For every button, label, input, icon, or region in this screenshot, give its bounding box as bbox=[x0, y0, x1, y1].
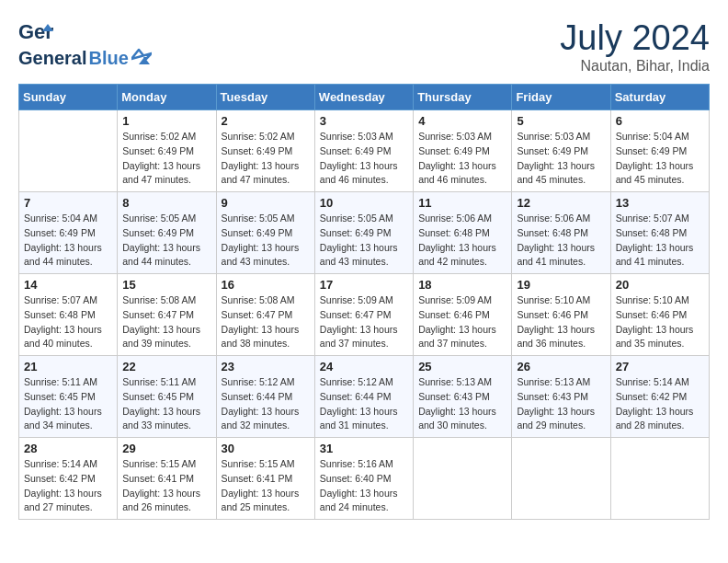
day-info: Sunrise: 5:02 AMSunset: 6:49 PMDaylight:… bbox=[122, 130, 210, 188]
calendar-table: SundayMondayTuesdayWednesdayThursdayFrid… bbox=[18, 84, 710, 520]
month-title: July 2024 bbox=[560, 18, 710, 58]
calendar-cell: 24Sunrise: 5:12 AMSunset: 6:44 PMDayligh… bbox=[314, 356, 413, 438]
calendar-cell: 12Sunrise: 5:06 AMSunset: 6:48 PMDayligh… bbox=[512, 192, 610, 274]
day-number: 25 bbox=[418, 360, 506, 373]
day-header: Monday bbox=[118, 85, 216, 110]
day-info: Sunrise: 5:03 AMSunset: 6:49 PMDaylight:… bbox=[320, 130, 408, 188]
calendar-cell: 22Sunrise: 5:11 AMSunset: 6:45 PMDayligh… bbox=[118, 356, 216, 438]
svg-text:General: General bbox=[18, 20, 53, 43]
day-number: 24 bbox=[320, 360, 408, 373]
day-info: Sunrise: 5:08 AMSunset: 6:47 PMDaylight:… bbox=[122, 293, 210, 351]
calendar-week-row: 21Sunrise: 5:11 AMSunset: 6:45 PMDayligh… bbox=[19, 356, 710, 438]
day-info: Sunrise: 5:07 AMSunset: 6:48 PMDaylight:… bbox=[24, 293, 112, 351]
day-number: 31 bbox=[320, 442, 408, 455]
day-header: Thursday bbox=[414, 85, 512, 110]
day-info: Sunrise: 5:09 AMSunset: 6:46 PMDaylight:… bbox=[418, 293, 506, 351]
day-number: 10 bbox=[320, 196, 408, 210]
day-info: Sunrise: 5:16 AMSunset: 6:40 PMDaylight:… bbox=[320, 457, 408, 515]
calendar-week-row: 7Sunrise: 5:04 AMSunset: 6:49 PMDaylight… bbox=[19, 192, 710, 274]
day-info: Sunrise: 5:06 AMSunset: 6:48 PMDaylight:… bbox=[517, 212, 605, 270]
day-number: 5 bbox=[517, 114, 605, 128]
day-info: Sunrise: 5:13 AMSunset: 6:43 PMDaylight:… bbox=[517, 375, 605, 433]
logo-icon: General bbox=[18, 18, 53, 48]
location-title: Nautan, Bihar, India bbox=[560, 58, 710, 75]
day-info: Sunrise: 5:09 AMSunset: 6:47 PMDaylight:… bbox=[320, 293, 408, 351]
day-info: Sunrise: 5:08 AMSunset: 6:47 PMDaylight:… bbox=[222, 293, 310, 351]
day-info: Sunrise: 5:12 AMSunset: 6:44 PMDaylight:… bbox=[320, 375, 408, 433]
calendar-cell: 10Sunrise: 5:05 AMSunset: 6:49 PMDayligh… bbox=[314, 192, 413, 274]
day-number: 14 bbox=[24, 278, 112, 292]
day-number: 2 bbox=[222, 114, 310, 128]
day-number: 20 bbox=[616, 278, 704, 292]
day-header: Tuesday bbox=[216, 85, 314, 110]
svg-marker-2 bbox=[131, 50, 152, 59]
day-header: Sunday bbox=[19, 85, 118, 110]
calendar-cell: 14Sunrise: 5:07 AMSunset: 6:48 PMDayligh… bbox=[19, 274, 118, 356]
day-info: Sunrise: 5:04 AMSunset: 6:49 PMDaylight:… bbox=[24, 212, 112, 270]
calendar-cell: 9Sunrise: 5:05 AMSunset: 6:49 PMDaylight… bbox=[216, 192, 314, 274]
calendar-cell: 30Sunrise: 5:15 AMSunset: 6:41 PMDayligh… bbox=[216, 438, 314, 520]
day-number: 29 bbox=[122, 442, 210, 455]
calendar-cell: 8Sunrise: 5:05 AMSunset: 6:49 PMDaylight… bbox=[118, 192, 216, 274]
calendar-week-row: 28Sunrise: 5:14 AMSunset: 6:42 PMDayligh… bbox=[19, 438, 710, 520]
day-number: 16 bbox=[222, 278, 310, 292]
calendar-cell: 26Sunrise: 5:13 AMSunset: 6:43 PMDayligh… bbox=[512, 356, 610, 438]
calendar-cell bbox=[512, 438, 610, 520]
day-number: 19 bbox=[517, 278, 605, 292]
day-header: Saturday bbox=[610, 85, 709, 110]
calendar-cell: 7Sunrise: 5:04 AMSunset: 6:49 PMDaylight… bbox=[19, 192, 118, 274]
day-info: Sunrise: 5:13 AMSunset: 6:43 PMDaylight:… bbox=[418, 375, 506, 433]
day-number: 6 bbox=[616, 114, 704, 128]
day-info: Sunrise: 5:04 AMSunset: 6:49 PMDaylight:… bbox=[616, 130, 704, 188]
calendar-cell: 31Sunrise: 5:16 AMSunset: 6:40 PMDayligh… bbox=[314, 438, 413, 520]
day-number: 30 bbox=[222, 442, 310, 455]
calendar-cell: 13Sunrise: 5:07 AMSunset: 6:48 PMDayligh… bbox=[610, 192, 709, 274]
day-number: 17 bbox=[320, 278, 408, 292]
calendar-cell: 15Sunrise: 5:08 AMSunset: 6:47 PMDayligh… bbox=[118, 274, 216, 356]
day-info: Sunrise: 5:14 AMSunset: 6:42 PMDaylight:… bbox=[24, 457, 112, 515]
logo-general: General bbox=[18, 48, 86, 69]
day-number: 23 bbox=[222, 360, 310, 373]
logo-wave-icon bbox=[131, 48, 152, 64]
day-number: 13 bbox=[616, 196, 704, 210]
calendar-week-row: 14Sunrise: 5:07 AMSunset: 6:48 PMDayligh… bbox=[19, 274, 710, 356]
day-info: Sunrise: 5:07 AMSunset: 6:48 PMDaylight:… bbox=[616, 212, 704, 270]
calendar-cell: 2Sunrise: 5:02 AMSunset: 6:49 PMDaylight… bbox=[216, 110, 314, 192]
day-header: Friday bbox=[512, 85, 610, 110]
calendar-cell: 5Sunrise: 5:03 AMSunset: 6:49 PMDaylight… bbox=[512, 110, 610, 192]
day-info: Sunrise: 5:05 AMSunset: 6:49 PMDaylight:… bbox=[222, 212, 310, 270]
calendar-cell: 18Sunrise: 5:09 AMSunset: 6:46 PMDayligh… bbox=[414, 274, 512, 356]
day-number: 18 bbox=[418, 278, 506, 292]
title-block: July 2024 Nautan, Bihar, India bbox=[560, 18, 710, 75]
calendar-cell: 19Sunrise: 5:10 AMSunset: 6:46 PMDayligh… bbox=[512, 274, 610, 356]
day-info: Sunrise: 5:10 AMSunset: 6:46 PMDaylight:… bbox=[517, 293, 605, 351]
day-number: 3 bbox=[320, 114, 408, 128]
calendar-cell: 1Sunrise: 5:02 AMSunset: 6:49 PMDaylight… bbox=[118, 110, 216, 192]
page-header: General General Blue July 2024 Nautan, B… bbox=[18, 18, 710, 75]
calendar-cell: 11Sunrise: 5:06 AMSunset: 6:48 PMDayligh… bbox=[414, 192, 512, 274]
day-info: Sunrise: 5:11 AMSunset: 6:45 PMDaylight:… bbox=[122, 375, 210, 433]
calendar-cell: 25Sunrise: 5:13 AMSunset: 6:43 PMDayligh… bbox=[414, 356, 512, 438]
calendar-body: 1Sunrise: 5:02 AMSunset: 6:49 PMDaylight… bbox=[19, 110, 710, 520]
day-number: 28 bbox=[24, 442, 112, 455]
calendar-cell: 27Sunrise: 5:14 AMSunset: 6:42 PMDayligh… bbox=[610, 356, 709, 438]
day-number: 12 bbox=[517, 196, 605, 210]
day-number: 1 bbox=[122, 114, 210, 128]
day-number: 7 bbox=[24, 196, 112, 210]
logo: General General Blue bbox=[18, 18, 152, 69]
calendar-cell: 16Sunrise: 5:08 AMSunset: 6:47 PMDayligh… bbox=[216, 274, 314, 356]
day-info: Sunrise: 5:15 AMSunset: 6:41 PMDaylight:… bbox=[222, 457, 310, 515]
day-info: Sunrise: 5:05 AMSunset: 6:49 PMDaylight:… bbox=[122, 212, 210, 270]
calendar-cell: 17Sunrise: 5:09 AMSunset: 6:47 PMDayligh… bbox=[314, 274, 413, 356]
day-number: 26 bbox=[517, 360, 605, 373]
day-number: 27 bbox=[616, 360, 704, 373]
day-number: 4 bbox=[418, 114, 506, 128]
day-info: Sunrise: 5:06 AMSunset: 6:48 PMDaylight:… bbox=[418, 212, 506, 270]
day-info: Sunrise: 5:10 AMSunset: 6:46 PMDaylight:… bbox=[616, 293, 704, 351]
day-info: Sunrise: 5:15 AMSunset: 6:41 PMDaylight:… bbox=[122, 457, 210, 515]
calendar-cell: 3Sunrise: 5:03 AMSunset: 6:49 PMDaylight… bbox=[314, 110, 413, 192]
day-info: Sunrise: 5:11 AMSunset: 6:45 PMDaylight:… bbox=[24, 375, 112, 433]
calendar-cell: 29Sunrise: 5:15 AMSunset: 6:41 PMDayligh… bbox=[118, 438, 216, 520]
day-info: Sunrise: 5:03 AMSunset: 6:49 PMDaylight:… bbox=[418, 130, 506, 188]
calendar-cell bbox=[610, 438, 709, 520]
